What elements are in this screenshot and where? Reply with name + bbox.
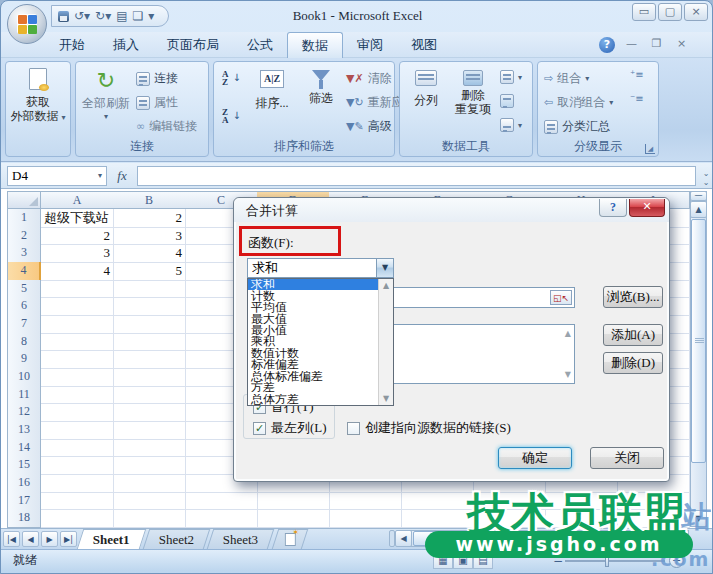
row-header-13[interactable]: 13 (7, 421, 41, 440)
cell-A8[interactable] (41, 333, 114, 352)
cell-E18[interactable] (329, 509, 402, 528)
row-header-5[interactable]: 5 (7, 280, 41, 299)
function-option-最小值[interactable]: 最小值 (248, 325, 378, 336)
listbox-scroll-down-icon[interactable]: ▼ (565, 370, 571, 379)
cell-B14[interactable] (113, 439, 186, 458)
cell-A7[interactable] (41, 315, 114, 334)
scroll-up-icon[interactable]: ▲ (690, 201, 707, 218)
cell-B18[interactable] (113, 509, 186, 528)
column-header-A[interactable]: A (41, 191, 114, 209)
cell-A13[interactable] (41, 421, 114, 440)
insert-function-icon[interactable]: fx (107, 168, 137, 184)
cell-B7[interactable] (113, 315, 186, 334)
create-links-checkbox-box[interactable] (347, 422, 360, 435)
function-option-总体标准偏差[interactable]: 总体标准偏差 (248, 371, 378, 382)
function-combobox[interactable]: 求和 ▼ (247, 258, 394, 278)
tab-插入[interactable]: 插入 (99, 32, 153, 58)
cell-F17[interactable] (401, 492, 474, 511)
function-option-总体方差[interactable]: 总体方差 (248, 394, 378, 405)
sort-ascending-button[interactable]: AZ↓ (222, 70, 241, 86)
connections-button[interactable]: 连接 (136, 70, 178, 87)
dropdown-scrollbar[interactable]: ▲ ▼ (378, 279, 393, 405)
function-option-求和[interactable]: 求和 (248, 279, 378, 290)
tab-审阅[interactable]: 审阅 (343, 32, 397, 58)
what-if-analysis-button[interactable]: ▾ (500, 118, 522, 132)
cell-B8[interactable] (113, 333, 186, 352)
cell-B9[interactable] (113, 350, 186, 369)
zoom-slider[interactable] (565, 560, 665, 562)
column-header-B[interactable]: B (113, 191, 186, 209)
cell-B5[interactable] (113, 280, 186, 299)
cell-B1[interactable]: 2 (113, 209, 186, 228)
workbook-restore-icon[interactable]: ❐ (646, 37, 667, 52)
close-button[interactable]: × (684, 3, 708, 21)
advanced-filter-button[interactable]: ▼✎ 高级 (346, 118, 392, 135)
first-sheet-icon[interactable]: |◀ (3, 531, 20, 547)
cell-B16[interactable] (113, 474, 186, 493)
cell-A11[interactable] (41, 386, 114, 405)
tab-视图[interactable]: 视图 (397, 32, 451, 58)
function-option-方差[interactable]: 方差 (248, 382, 378, 393)
cell-B3[interactable]: 4 (113, 244, 186, 263)
sheet-tab-Sheet1[interactable]: Sheet1 (77, 529, 146, 549)
edit-links-button[interactable]: ∞ 编辑链接 (136, 118, 197, 135)
restore-button[interactable]: ▢ (658, 3, 682, 21)
cell-B17[interactable] (113, 492, 186, 511)
dropdown-scroll-up-icon[interactable]: ▲ (383, 281, 389, 290)
cell-B15[interactable] (113, 456, 186, 475)
cell-A6[interactable] (41, 297, 114, 316)
row-header-15[interactable]: 15 (7, 456, 41, 475)
minimize-button[interactable]: ▭ (632, 3, 656, 21)
row-header-8[interactable]: 8 (7, 333, 41, 352)
group-button[interactable]: ⇨ 组合▾ (544, 70, 589, 87)
vertical-scroll-thumb[interactable] (691, 219, 706, 463)
tab-开始[interactable]: 开始 (45, 32, 99, 58)
sheet-tab-Sheet2[interactable]: Sheet2 (143, 529, 211, 549)
formula-input[interactable] (137, 166, 696, 186)
sort-button[interactable]: A|Z 排序... (248, 70, 296, 110)
combobox-dropdown-icon[interactable]: ▼ (376, 259, 393, 277)
row-header-3[interactable]: 3 (7, 244, 41, 263)
sheet-tab-Sheet3[interactable]: Sheet3 (207, 529, 275, 549)
ok-button[interactable]: 确定 (498, 447, 572, 469)
row-header-18[interactable]: 18 (7, 509, 41, 528)
function-option-计数[interactable]: 计数 (248, 290, 378, 301)
left-column-checkbox-box[interactable]: ✓ (253, 422, 266, 435)
cell-A16[interactable] (41, 474, 114, 493)
cell-A18[interactable] (41, 509, 114, 528)
scroll-left-icon[interactable]: ◀ (395, 530, 412, 547)
prev-sheet-icon[interactable]: ◀ (22, 531, 39, 547)
row-header-11[interactable]: 11 (7, 386, 41, 405)
row-header-2[interactable]: 2 (7, 227, 41, 246)
cell-A5[interactable] (41, 280, 114, 299)
dialog-close-button[interactable]: 关闭 (590, 447, 664, 469)
function-option-标准偏差[interactable]: 标准偏差 (248, 359, 378, 370)
cell-B6[interactable] (113, 297, 186, 316)
dialog-help-icon[interactable]: ? (599, 199, 627, 217)
tab-公式[interactable]: 公式 (233, 32, 287, 58)
browse-button[interactable]: 浏览(B)... (603, 286, 663, 308)
subtotal-button[interactable]: 分类汇总 (544, 118, 610, 135)
row-header-7[interactable]: 7 (7, 315, 41, 334)
row-header-12[interactable]: 12 (7, 403, 41, 422)
cell-A3[interactable]: 3 (41, 244, 114, 263)
cell-A10[interactable] (41, 368, 114, 387)
workbook-close-icon[interactable]: × (671, 37, 692, 52)
remove-duplicates-button[interactable]: 删除 重复项 (450, 70, 496, 116)
clear-filter-button[interactable]: ▼✗ 清除 (346, 70, 392, 87)
delete-button[interactable]: 删除(D) (603, 352, 663, 374)
cell-A9[interactable] (41, 350, 114, 369)
function-option-最大值[interactable]: 最大值 (248, 313, 378, 324)
listbox-scroll-up-icon[interactable]: ▲ (565, 329, 571, 338)
tab-数据[interactable]: 数据 (287, 32, 343, 58)
hide-detail-button[interactable]: ⁻≡ (630, 94, 644, 104)
ungroup-button[interactable]: ⇦ 取消组合▾ (544, 94, 613, 111)
left-column-checkbox[interactable]: ✓ 最左列(L) (253, 419, 327, 437)
filter-button[interactable]: 筛选 (300, 70, 342, 105)
consolidate-button[interactable] (500, 94, 514, 108)
cell-C17[interactable] (185, 492, 258, 511)
refresh-all-button[interactable]: ↻ 全部刷新 ▾ (80, 70, 132, 124)
cell-A15[interactable] (41, 456, 114, 475)
cell-A12[interactable] (41, 403, 114, 422)
collapse-dialog-icon[interactable]: ◱↖ (550, 290, 572, 305)
